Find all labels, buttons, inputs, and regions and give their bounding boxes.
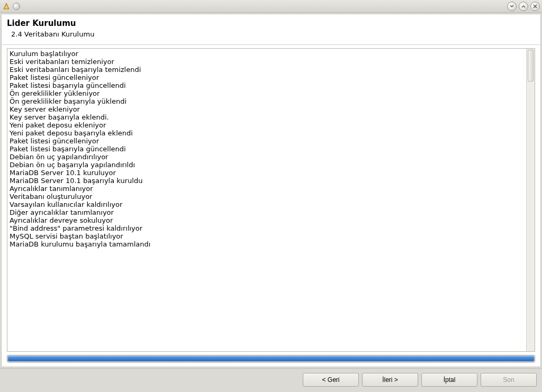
header-divider: [2, 44, 540, 45]
wizard-content: Lider Kurulumu 2.4 Veritabanı Kurulumu K…: [1, 14, 541, 367]
scrollbar[interactable]: [526, 49, 535, 351]
log-area: Kurulum başlatılıyor Eski veritabanları …: [7, 48, 535, 352]
titlebar: [0, 0, 542, 13]
page-subtitle: 2.4 Veritabanı Kurulumu: [7, 30, 535, 38]
log-text: Kurulum başlatılıyor Eski veritabanları …: [7, 49, 526, 351]
app-icon: [2, 2, 11, 11]
maximize-button[interactable]: [519, 2, 528, 11]
progress-fill: [8, 356, 534, 361]
scroll-thumb[interactable]: [528, 50, 534, 81]
progress-bar: [7, 355, 535, 362]
next-button[interactable]: İleri >: [362, 373, 418, 387]
progress-container: [7, 355, 535, 362]
back-button[interactable]: < Geri: [303, 373, 359, 387]
menu-dot-icon[interactable]: [13, 3, 20, 10]
finish-button: Son: [481, 373, 537, 387]
page-title: Lider Kurulumu: [7, 19, 535, 28]
wizard-header: Lider Kurulumu 2.4 Veritabanı Kurulumu: [2, 14, 540, 44]
cancel-button[interactable]: İptal: [421, 373, 477, 387]
close-button[interactable]: [530, 2, 540, 11]
wizard-footer: < Geri İleri > İptal Son: [0, 368, 542, 392]
minimize-button[interactable]: [507, 2, 517, 11]
